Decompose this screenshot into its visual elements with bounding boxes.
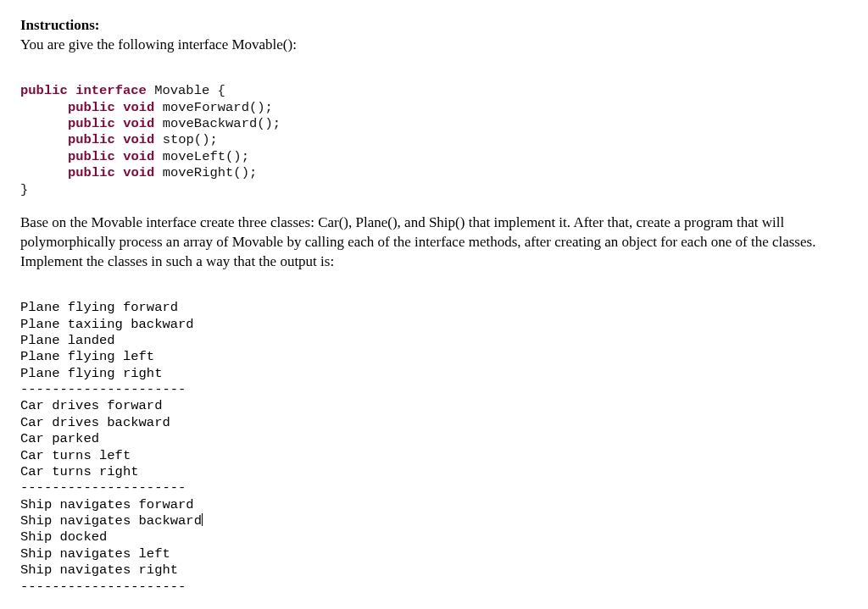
keyword-public: public xyxy=(68,100,115,115)
keyword-void: void xyxy=(123,165,154,180)
keyword-void: void xyxy=(123,149,154,164)
keyword-public: public xyxy=(68,149,115,164)
brace-open: { xyxy=(209,83,225,98)
output-line: Car drives forward xyxy=(20,398,162,413)
output-line: Plane flying right xyxy=(20,366,162,381)
output-line: Car turns right xyxy=(20,464,139,479)
keyword-public: public xyxy=(68,165,115,180)
output-line: Car parked xyxy=(20,431,99,446)
method-5: moveRight(); xyxy=(154,165,257,180)
method-2: moveBackward(); xyxy=(154,116,281,131)
method-4: moveLeft(); xyxy=(154,149,249,164)
keyword-interface: interface xyxy=(75,83,147,98)
method-3: stop(); xyxy=(154,132,217,147)
output-line: Ship docked xyxy=(20,529,107,545)
output-line: --------------------- xyxy=(20,480,186,496)
output-line: Plane landed xyxy=(20,333,115,348)
output-line: --------------------- xyxy=(20,579,186,595)
keyword-void: void xyxy=(123,132,154,147)
intro-line: You are give the following interface Mov… xyxy=(20,36,848,55)
output-line: Ship navigates forward xyxy=(20,497,194,512)
output-line: Ship navigates right xyxy=(20,562,178,578)
keyword-public: public xyxy=(68,132,115,147)
keyword-void: void xyxy=(123,100,154,115)
text-cursor-icon xyxy=(202,513,203,526)
task-description: Base on the Movable interface create thr… xyxy=(20,213,848,272)
output-line: Plane flying forward xyxy=(20,300,178,315)
class-name: Movable xyxy=(154,83,209,98)
output-line: Car turns left xyxy=(20,448,131,463)
keyword-public: public xyxy=(20,83,68,98)
instructions-heading: Instructions: xyxy=(20,17,848,34)
output-line: Plane flying left xyxy=(20,349,154,364)
output-line: Ship navigates left xyxy=(20,546,170,562)
output-line: Plane taxiing backward xyxy=(20,317,194,332)
output-line: --------------------- xyxy=(20,382,186,397)
keyword-void: void xyxy=(123,116,154,131)
method-1: moveForward(); xyxy=(154,100,273,115)
keyword-public: public xyxy=(68,116,115,131)
expected-output: Plane flying forward Plane taxiing backw… xyxy=(20,284,848,595)
brace-close: } xyxy=(20,182,28,197)
interface-code: public interface Movable { public void m… xyxy=(20,67,848,198)
output-line: Car drives backward xyxy=(20,415,170,430)
output-line: Ship navigates backward xyxy=(20,513,202,529)
